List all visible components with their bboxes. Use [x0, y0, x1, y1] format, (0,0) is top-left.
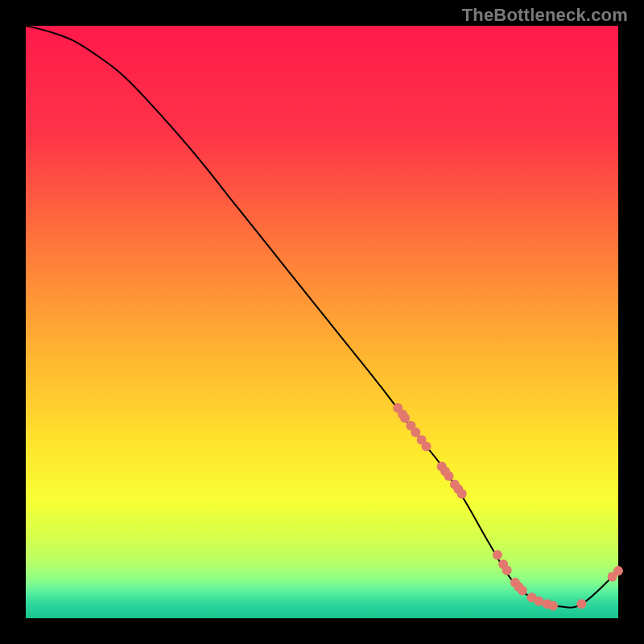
- marker-dot: [518, 585, 527, 595]
- chart-stage: TheBottleneck.com: [0, 0, 644, 644]
- marker-dot: [400, 413, 410, 423]
- marker-dot: [444, 471, 454, 481]
- marker-dot: [457, 489, 467, 498]
- bottleneck-chart: [0, 0, 644, 644]
- marker-dot: [422, 442, 431, 452]
- marker-dot: [548, 601, 558, 611]
- marker-dot: [576, 599, 586, 609]
- marker-dot: [502, 565, 512, 575]
- marker-dot: [493, 550, 502, 559]
- marker-dot: [534, 597, 543, 606]
- plot-background: [26, 26, 618, 618]
- marker-dot: [411, 427, 420, 437]
- watermark-text: TheBottleneck.com: [462, 5, 628, 26]
- marker-dot: [613, 566, 623, 576]
